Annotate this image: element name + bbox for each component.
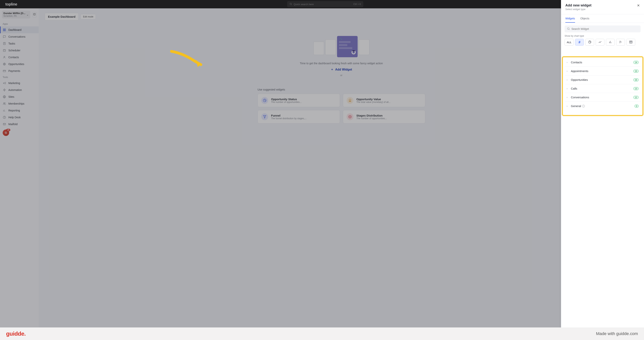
widget-search-input[interactable] [572, 27, 638, 30]
annotation-highlight: › Contacts 14 › Appointments 15 › Opport… [562, 56, 643, 116]
add-widget-button[interactable]: ＋ Add Widget [330, 67, 352, 71]
sidebar-item-contacts[interactable]: Contacts [0, 54, 39, 61]
sidebar-item-payments[interactable]: Payments [0, 67, 39, 74]
svg-point-0 [290, 3, 291, 4]
category-opportunities[interactable]: › Opportunities 16 [565, 75, 640, 84]
category-conversations[interactable]: › Conversations 12 [565, 93, 640, 102]
chevron-right-icon: › [567, 87, 569, 90]
category-count: 15 [633, 70, 639, 73]
sidebar-section-apps: Apps [0, 21, 39, 26]
suggest-card-funnel[interactable]: Funnel The funnel distribution by stages… [258, 110, 340, 123]
svg-rect-19 [3, 70, 6, 72]
sidebar-item-label: Automation [8, 88, 22, 91]
svg-point-18 [4, 64, 4, 64]
sidebar-item-opportunities[interactable]: Opportunities [0, 61, 39, 67]
chart-type-bar[interactable] [606, 39, 615, 46]
panel-subtitle: Select widget type [565, 8, 592, 11]
sidebar-item-sites[interactable]: Sites [0, 93, 39, 100]
panel-tabs: Widgets Objects [561, 14, 644, 23]
empty-state-text: Time to get the dashboard looking fresh … [300, 62, 383, 65]
svg-point-15 [4, 56, 5, 57]
dashboard-title[interactable]: Example Dashboard [45, 13, 79, 20]
megaphone-icon [3, 81, 6, 85]
category-name: Conversations [571, 96, 632, 99]
quick-search[interactable]: Quick search here Ctrl + K [287, 1, 363, 7]
empty-illustration: 📎 [314, 39, 370, 57]
search-icon [290, 3, 292, 6]
chart-type-line[interactable] [596, 39, 604, 46]
sidebar-item-scheduler[interactable]: Scheduler [0, 47, 39, 54]
chevron-right-icon: › [567, 61, 569, 64]
target-icon [3, 62, 6, 66]
tasks-icon [3, 42, 6, 45]
category-count: 12 [633, 96, 639, 99]
category-contacts[interactable]: › Contacts 14 [565, 58, 640, 67]
card-desc: The number of opportunities... [271, 101, 336, 103]
chevron-right-icon: › [567, 105, 569, 107]
notification-count: 20 [6, 129, 10, 131]
pie-icon [261, 97, 268, 104]
search-icon [567, 27, 570, 31]
widget-search[interactable] [564, 25, 640, 32]
chart-type-donut[interactable] [585, 39, 594, 46]
close-icon[interactable]: ✕ [637, 3, 640, 11]
sidebar-item-marketing[interactable]: Marketing [0, 80, 39, 87]
category-name: Contacts [571, 61, 632, 64]
chart-type-hbar[interactable] [616, 39, 625, 46]
sidebar-item-mailfold[interactable]: Mailfold [0, 121, 39, 128]
bolt-icon [3, 88, 6, 92]
calendar-icon [3, 49, 6, 52]
donut-icon [588, 40, 592, 44]
category-name: Opportunities [571, 78, 632, 81]
sidebar-section-tools: Tools [0, 74, 39, 80]
annotation-arrow [168, 49, 206, 75]
chevron-down-icon: ⌄ [26, 13, 29, 16]
users-icon [3, 102, 6, 105]
sidebar-item-tasks[interactable]: Tasks [0, 40, 39, 47]
badge-icon [346, 97, 354, 104]
edit-mode-button[interactable]: Edit mode [80, 14, 96, 19]
guidde-footer: guidde. Made with guidde.com [0, 328, 644, 340]
sidebar-item-label: Mailfold [8, 123, 18, 126]
suggest-card-opportunity-value[interactable]: Opportunity Value The total value (monet… [343, 94, 425, 107]
tenant-switcher[interactable]: Dunder Mifflin [D... Scranton, PA ⌄ [2, 11, 37, 18]
sidebar-item-label: Conversations [8, 35, 26, 38]
sidebar-item-label: Dashboard [8, 28, 22, 31]
panel-icon [33, 13, 36, 16]
sidebar-item-label: Opportunities [8, 63, 24, 66]
chart-type-all[interactable]: ALL [564, 39, 574, 46]
sidebar-item-conversations[interactable]: Conversations [0, 33, 39, 40]
svg-rect-6 [3, 30, 4, 31]
card-icon [3, 69, 6, 73]
svg-point-35 [348, 115, 351, 118]
tab-widgets[interactable]: Widgets [565, 17, 575, 23]
sidebar-item-dashboard[interactable]: Dashboard [0, 26, 39, 33]
chart-type-number[interactable]: # [575, 39, 584, 46]
collapse-sidebar-button[interactable] [32, 12, 37, 17]
chevron-right-icon: › [567, 70, 569, 72]
sidebar-item-reporting[interactable]: Reporting [0, 107, 39, 114]
sidebar-item-helpdesk[interactable]: Help Desk [0, 114, 39, 121]
svg-point-25 [4, 103, 5, 103]
app-logo: topline [5, 2, 17, 6]
hash-icon: # [578, 40, 580, 44]
or-divider: or [340, 74, 342, 77]
sidebar-item-memberships[interactable]: Memberships [0, 100, 39, 107]
suggest-card-opportunity-status[interactable]: Opportunity Status The number of opportu… [258, 94, 340, 107]
category-appointments[interactable]: › Appointments 15 [565, 67, 640, 75]
category-calls[interactable]: › Calls 13 [565, 84, 640, 93]
search-placeholder: Quick search here [294, 3, 314, 6]
mail-icon [3, 123, 6, 126]
card-title: Opportunity Value [356, 98, 422, 101]
user-avatar[interactable]: G 20 [3, 130, 9, 136]
svg-point-33 [349, 99, 351, 101]
empty-dashboard-state: 📎 Time to get the dashboard looking fres… [45, 39, 638, 77]
tab-objects[interactable]: Objects [580, 17, 589, 23]
chart-type-table[interactable] [626, 39, 635, 46]
add-widget-label: Add Widget [335, 68, 352, 71]
suggest-card-stages-distribution[interactable]: Stages Distribution The number of opport… [343, 110, 425, 123]
sidebar-item-label: Reporting [8, 109, 20, 112]
category-general[interactable]: › Generali 0 [565, 102, 640, 110]
sidebar-item-automation[interactable]: Automation [0, 87, 39, 93]
sidebar-item-label: Scheduler [8, 49, 20, 52]
